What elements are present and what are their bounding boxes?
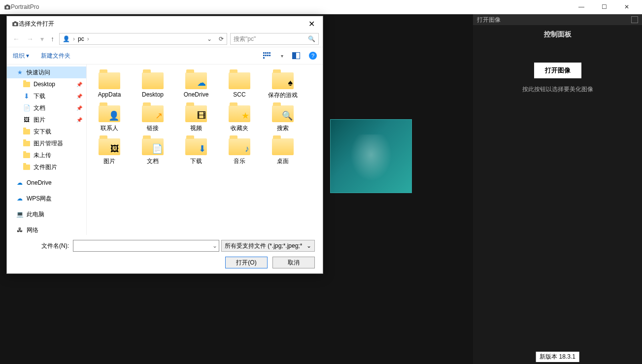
- app-title: PortraitPro: [11, 3, 39, 10]
- camera-icon: [4, 3, 11, 10]
- search-input[interactable]: 搜索"pc" 🔍: [230, 33, 319, 45]
- folder-savedgames[interactable]: ♠保存的游戏: [264, 70, 302, 101]
- camera-icon: [12, 20, 19, 27]
- maximize-button[interactable]: ☐: [593, 0, 615, 14]
- preview-pane-button[interactable]: [292, 52, 300, 59]
- tree-thispc[interactable]: 💻此电脑: [7, 208, 86, 220]
- search-icon: 🔍: [308, 35, 315, 42]
- pin-icon: 📌: [76, 82, 82, 87]
- tree-pictures[interactable]: 🖼图片📌: [7, 114, 86, 126]
- open-image-hint: 按此按钮以选择要美化图像: [522, 85, 593, 94]
- dialog-title: 选择文件打开: [19, 20, 54, 28]
- nav-back-button[interactable]: ←: [11, 35, 22, 43]
- minimize-button[interactable]: —: [570, 0, 593, 14]
- folder-videos[interactable]: 🎞视频: [177, 103, 215, 134]
- file-filter-select[interactable]: 所有受支持文件 (*.jpg;*.jpeg;*⌄: [221, 240, 315, 252]
- tree-notup[interactable]: 未上传: [7, 149, 86, 161]
- new-folder-button[interactable]: 新建文件夹: [41, 52, 70, 60]
- help-button[interactable]: ?: [309, 52, 317, 60]
- file-list[interactable]: AppData Desktop ☁OneDrive SCC ♠保存的游戏 👤联系…: [87, 65, 323, 235]
- dialog-close-button[interactable]: ✕: [305, 19, 318, 29]
- dialog-footer: 文件名(N): ⌄ 所有受支持文件 (*.jpg;*.jpeg;*⌄ 打开(O)…: [7, 235, 323, 273]
- pin-icon: 📌: [76, 94, 82, 99]
- close-button[interactable]: ✕: [615, 0, 638, 14]
- tree-onedrive[interactable]: ☁OneDrive: [7, 177, 86, 189]
- control-panel: 打开图像 控制面板 打开图像 按此按钮以选择要美化图像 新版本 18.3.1: [473, 14, 642, 364]
- panel-title: 控制面板: [473, 25, 642, 44]
- nav-up-button[interactable]: ↑: [49, 35, 56, 43]
- tree-documents[interactable]: 📄文档📌: [7, 102, 86, 114]
- refresh-icon[interactable]: ⟳: [219, 35, 224, 42]
- path-segment[interactable]: pc: [78, 35, 84, 42]
- preview-image: [330, 119, 412, 193]
- folder-documents[interactable]: 📄文档: [134, 136, 171, 167]
- open-button[interactable]: 打开(O): [225, 257, 268, 268]
- folder-favorites[interactable]: ★收藏夹: [221, 103, 258, 134]
- dialog-toolbar: 组织 ▾ 新建文件夹 ▾ ?: [7, 47, 323, 65]
- tree-filepic[interactable]: 文件图片: [7, 161, 86, 173]
- pin-icon: 📌: [76, 105, 82, 111]
- chevron-down-icon: ⌄: [306, 242, 311, 249]
- folder-links[interactable]: ↗链接: [134, 103, 171, 134]
- nav-tree[interactable]: ★快速访问 Desktop📌 ⬇下载📌 📄文档📌 🖼图片📌 安下载 图片管理器 …: [7, 65, 87, 235]
- tree-quick-access[interactable]: ★快速访问: [7, 66, 86, 78]
- folder-contacts[interactable]: 👤联系人: [91, 103, 128, 134]
- folder-downloads[interactable]: ⬇下载: [177, 136, 215, 167]
- folder-desktop[interactable]: Desktop: [134, 70, 171, 101]
- address-dropdown-icon[interactable]: ⌄: [207, 35, 212, 42]
- folder-pictures[interactable]: 🖼图片: [91, 136, 128, 167]
- panel-header: 打开图像: [473, 14, 642, 25]
- dialog-body: ★快速访问 Desktop📌 ⬇下载📌 📄文档📌 🖼图片📌 安下载 图片管理器 …: [7, 65, 323, 235]
- folder-desktop2[interactable]: 桌面: [264, 136, 302, 167]
- panel-detach-icon[interactable]: [631, 16, 638, 23]
- nav-recent-button[interactable]: ▾: [38, 35, 46, 43]
- pin-icon: 📌: [76, 117, 82, 123]
- address-bar[interactable]: 👤 › pc › ⌄ ⟳: [59, 33, 227, 45]
- dialog-titlebar[interactable]: 选择文件打开 ✕: [7, 16, 323, 31]
- folder-scc[interactable]: SCC: [221, 70, 258, 101]
- nav-forward-button[interactable]: →: [25, 35, 35, 43]
- version-badge[interactable]: 新版本 18.3.1: [536, 352, 579, 362]
- folder-music[interactable]: ♪音乐: [221, 136, 258, 167]
- tree-anxz[interactable]: 安下载: [7, 126, 86, 137]
- dialog-nav: ← → ▾ ↑ 👤 › pc › ⌄ ⟳ 搜索"pc" 🔍: [7, 31, 323, 47]
- folder-onedrive[interactable]: ☁OneDrive: [177, 70, 215, 101]
- open-image-button[interactable]: 打开图像: [534, 63, 581, 78]
- cancel-button[interactable]: 取消: [272, 257, 315, 268]
- tree-picmgr[interactable]: 图片管理器: [7, 137, 86, 149]
- file-open-dialog: 选择文件打开 ✕ ← → ▾ ↑ 👤 › pc › ⌄ ⟳ 搜索"pc" 🔍 组…: [6, 16, 323, 274]
- folder-appdata[interactable]: AppData: [91, 70, 128, 101]
- tree-wps[interactable]: ☁WPS网盘: [7, 193, 86, 204]
- filename-label: 文件名(N):: [15, 242, 69, 250]
- tree-network[interactable]: 🖧网络: [7, 224, 86, 235]
- app-titlebar[interactable]: PortraitPro — ☐ ✕: [0, 0, 642, 14]
- folder-search[interactable]: 🔍搜索: [264, 103, 302, 134]
- organize-menu[interactable]: 组织 ▾: [13, 52, 29, 60]
- filename-input[interactable]: [73, 240, 219, 252]
- search-placeholder: 搜索"pc": [234, 35, 256, 43]
- panel-header-label: 打开图像: [477, 16, 501, 24]
- view-mode-button[interactable]: [263, 52, 272, 59]
- user-icon: 👤: [63, 35, 70, 42]
- tree-downloads[interactable]: ⬇下载📌: [7, 90, 86, 102]
- tree-desktop[interactable]: Desktop📌: [7, 78, 86, 90]
